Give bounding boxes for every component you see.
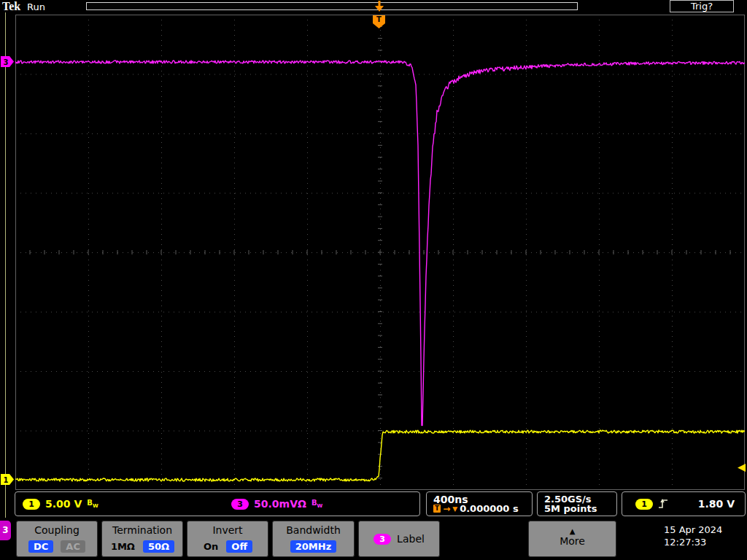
menu-button-label[interactable]: 3 Label: [358, 521, 440, 557]
chevron-up-icon: ▲: [529, 527, 616, 535]
record-length-value: 5M points: [544, 503, 597, 514]
ch3-scale: 50.0mVΩ: [254, 498, 306, 510]
menu-button-termination[interactable]: Termination 1MΩ 50Ω: [101, 521, 183, 557]
trigger-level-value: 1.80 V: [698, 498, 735, 510]
coupling-option-dc[interactable]: DC: [28, 540, 53, 553]
arrow-right-icon: →: [443, 504, 450, 514]
menu-button-more[interactable]: ▲ More: [528, 521, 616, 557]
datetime-display: 15 Apr 2024 12:27:33: [664, 524, 722, 548]
bandwidth-limit-icon: BW: [311, 499, 322, 509]
menu-channel-tab: 3: [0, 521, 11, 540]
invert-title: Invert: [187, 524, 268, 536]
ch3-impedance: Ω: [298, 498, 306, 510]
menu-button-coupling[interactable]: Coupling DC AC: [16, 521, 98, 557]
acquisition-status: Run: [27, 1, 45, 12]
coupling-title: Coupling: [17, 524, 97, 536]
channel-scale-readout: 1 5.00 V BW 3 50.0mVΩ BW: [15, 491, 420, 516]
trigger-status: Trig?: [670, 0, 734, 12]
ch3-badge: 3: [231, 499, 249, 510]
invert-option-on[interactable]: On: [203, 540, 219, 553]
ch1-scale: 5.00 V: [45, 498, 82, 510]
bw-sub: W: [317, 503, 323, 509]
termination-option-50ohm[interactable]: 50Ω: [143, 540, 174, 553]
bandwidth-option-20mhz[interactable]: 20MHz: [290, 540, 336, 553]
trigger-position-flag[interactable]: T: [373, 15, 386, 29]
more-title: More: [529, 535, 616, 547]
trigger-position-arrow-icon: [374, 0, 384, 12]
label-channel-badge: 3: [374, 534, 391, 545]
termination-option-1mohm[interactable]: 1MΩ: [110, 540, 136, 553]
acquisition-progress-bar: [86, 2, 578, 10]
triangle-down-icon: ▼: [452, 505, 457, 513]
trigger-level-marker[interactable]: [737, 464, 746, 472]
ch1-badge: 1: [23, 499, 40, 510]
label-title: Label: [397, 533, 425, 545]
ch1-position-marker[interactable]: 1: [1, 474, 15, 486]
date-value: 15 Apr 2024: [664, 524, 722, 536]
tek-logo: Tek: [2, 0, 20, 13]
horizontal-readout: 400ns T → ▼ 0.000000 s: [426, 491, 533, 516]
ch3-marker-label: 3: [4, 58, 9, 66]
ch3-scale-value: 50.0mV: [254, 498, 298, 510]
ch3-position-marker[interactable]: 3: [1, 56, 15, 68]
bandwidth-limit-icon: BW: [87, 499, 98, 509]
bandwidth-title: Bandwidth: [273, 524, 354, 536]
trigger-readout: 1 1.80 V: [622, 491, 746, 516]
menu-button-invert[interactable]: Invert On Off: [187, 521, 268, 557]
waveform-display: [15, 15, 745, 490]
trigger-source-badge: 1: [635, 499, 653, 510]
trigger-delay-value: 0.000000 s: [460, 503, 519, 514]
menu-button-bandwidth[interactable]: Bandwidth 20MHz: [272, 521, 355, 557]
rising-edge-icon: [658, 498, 669, 510]
ch1-marker-label: 1: [4, 476, 9, 484]
invert-option-off[interactable]: Off: [226, 540, 252, 553]
acquisition-readout: 2.50GS/s 5M points: [537, 491, 617, 516]
screen-bezel-line: [5, 12, 6, 518]
trigger-t-icon: T: [433, 505, 441, 513]
bw-letter: B: [87, 499, 93, 507]
trigger-flag-letter: T: [376, 15, 382, 23]
time-value: 12:27:33: [664, 536, 722, 548]
bw-sub: W: [93, 503, 98, 509]
coupling-option-ac[interactable]: AC: [61, 540, 85, 553]
termination-title: Termination: [102, 524, 182, 536]
bw-letter: B: [311, 499, 317, 507]
